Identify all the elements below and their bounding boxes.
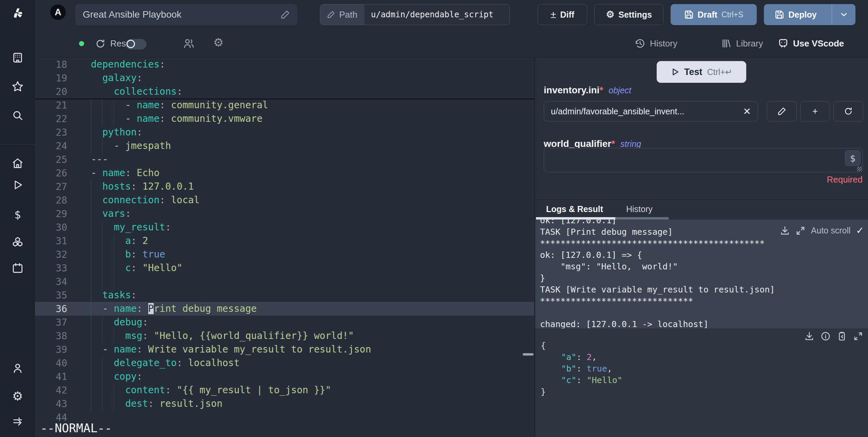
indent-guide (91, 383, 91, 397)
log-line: "msg": "Hello, world!" (535, 261, 868, 272)
expand-logs-icon[interactable] (795, 226, 806, 236)
workspace-building-icon[interactable] (12, 52, 23, 63)
indent-guide (102, 112, 103, 126)
indent-guide (91, 288, 91, 302)
favorites-star-icon[interactable] (12, 81, 23, 92)
clear-icon[interactable]: ✕ (743, 106, 751, 117)
check-icon[interactable]: ✓ (856, 225, 864, 236)
draft-button[interactable]: Draft Ctrl+S (671, 4, 757, 25)
resize-handle[interactable] (857, 167, 862, 171)
log-line: TASK [Write variable my_result to result… (535, 284, 868, 296)
tab-history[interactable]: History (626, 204, 653, 214)
inactive-tab-underline (615, 217, 669, 220)
edit-pencil-icon[interactable] (281, 10, 290, 19)
code-text: a: 2 (91, 234, 148, 248)
result-pane[interactable]: { "a": 2, "b": true, "c": "Hello"} (535, 328, 868, 437)
insert-variable-button[interactable]: $ (845, 150, 861, 166)
code-text: connection: local (91, 193, 199, 207)
line-number: 27 (35, 181, 67, 192)
add-resource-button[interactable]: + (800, 101, 830, 121)
auto-scroll-label[interactable]: Auto scroll (811, 226, 851, 235)
indent-guide (102, 370, 103, 383)
download-result-icon[interactable] (804, 331, 814, 341)
expand-result-icon[interactable] (853, 331, 863, 341)
code-text: msg: "Hello, {{world_qualifier}} world!" (91, 329, 354, 343)
code-line: 41 copy: (35, 370, 534, 383)
indent-guide (91, 207, 91, 221)
pencil-icon (777, 107, 786, 116)
result-json-line: "b": true, (541, 363, 622, 375)
code-editor[interactable]: 18dependencies:19 galaxy:20 collections:… (35, 58, 534, 437)
indent-guide (114, 98, 114, 112)
title-input[interactable]: Great Ansible Playbook (75, 4, 297, 25)
library-icon (721, 38, 732, 49)
code-text: python: (91, 126, 142, 139)
play-icon (671, 68, 679, 76)
search-icon[interactable] (12, 110, 23, 121)
settings-gear-icon[interactable]: ⚙ (12, 391, 23, 402)
history-button[interactable]: History (635, 38, 677, 49)
edit-resource-button[interactable] (767, 101, 797, 121)
path-chip[interactable]: Path u/admin/dependable_script (320, 4, 510, 25)
collaborators-icon[interactable] (183, 37, 195, 50)
splitter-drag-handle[interactable] (523, 353, 534, 356)
tab-logs-result[interactable]: Logs & Result (546, 204, 603, 214)
required-asterisk: * (599, 85, 603, 95)
result-toolbar (804, 331, 863, 341)
plus-minus-icon: ± (551, 9, 556, 20)
code-line: 21 - name: community.general (35, 98, 534, 112)
indent-guide (91, 370, 91, 383)
runs-play-icon[interactable] (12, 179, 23, 191)
code-text: my_result: (91, 221, 171, 234)
mode-toggle[interactable] (126, 39, 147, 50)
result-json-line: { (541, 340, 622, 352)
code-line: 29 vars: (35, 207, 534, 221)
indent-guide (102, 234, 103, 248)
inventory-resource-input[interactable]: ✕ (544, 101, 758, 121)
settings-button[interactable]: ⚙ Settings (594, 4, 663, 25)
plus-icon: + (812, 106, 818, 117)
log-output-pane[interactable]: ok: [127.0.0.1] TASK [Print debug messag… (535, 220, 868, 328)
code-text: - name: community.general (91, 98, 268, 112)
indent-guide (102, 248, 103, 261)
indent-guide (91, 234, 91, 248)
indent-guide (114, 275, 114, 288)
copy-clipboard-icon[interactable] (837, 331, 847, 341)
deploy-dropdown-button[interactable] (832, 4, 855, 25)
active-tab-underline (536, 217, 615, 220)
code-line: 30 my_result: (35, 221, 534, 234)
editor-settings-gear-icon[interactable]: ⚙ (212, 37, 225, 49)
toggle-knob (127, 40, 135, 48)
refresh-resource-button[interactable] (833, 101, 863, 121)
test-button[interactable]: Test Ctrl+↵ (657, 61, 746, 83)
library-button[interactable]: Library (721, 38, 763, 49)
user-icon[interactable] (12, 362, 23, 374)
code-line: 35 tasks: (35, 288, 534, 302)
log-line: ok: [127.0.0.1] => { (535, 249, 868, 261)
indent-guide (102, 316, 103, 329)
code-text: copy: (91, 370, 142, 383)
info-icon[interactable] (821, 331, 831, 341)
log-line (535, 307, 868, 319)
schedules-calendar-icon[interactable] (12, 262, 23, 274)
variables-dollar-icon[interactable]: $ (12, 209, 23, 221)
logout-icon[interactable] (12, 416, 23, 428)
windmill-logo-icon[interactable] (12, 7, 23, 19)
download-logs-icon[interactable] (780, 226, 790, 236)
code-line: 27 hosts: 127.0.0.1 (35, 180, 534, 193)
result-json-line: "c": "Hello" (541, 375, 622, 386)
indent-guide (91, 112, 91, 126)
draft-label: Draft (698, 10, 717, 20)
panel-splitter[interactable] (534, 58, 535, 437)
world-qualifier-textarea[interactable]: $ (544, 148, 863, 172)
use-vscode-button[interactable]: Use VScode (778, 38, 844, 49)
code-text: vars: (91, 207, 131, 221)
inventory-input-field[interactable] (551, 107, 740, 116)
code-line: 33 c: "Hello" (35, 261, 534, 275)
deploy-button[interactable]: Deploy (764, 4, 855, 25)
resources-cubes-icon[interactable] (12, 236, 23, 248)
deploy-main[interactable]: Deploy (764, 4, 828, 25)
home-icon[interactable] (12, 157, 23, 169)
code-line: 19 galaxy: (35, 71, 534, 85)
diff-button[interactable]: ± Diff (538, 4, 587, 25)
